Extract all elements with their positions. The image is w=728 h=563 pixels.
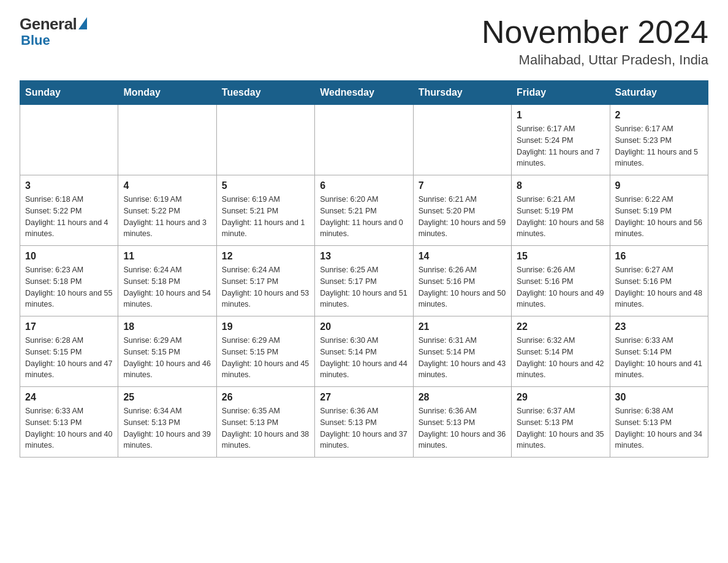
day-number: 28	[419, 392, 506, 403]
day-info: Sunrise: 6:36 AMSunset: 5:13 PMDaylight:…	[419, 405, 506, 451]
day-info: Sunrise: 6:35 AMSunset: 5:13 PMDaylight:…	[222, 405, 309, 451]
day-info: Sunrise: 6:33 AMSunset: 5:14 PMDaylight:…	[615, 335, 703, 381]
day-number: 20	[320, 321, 408, 332]
calendar-cell: 15Sunrise: 6:26 AMSunset: 5:16 PMDayligh…	[512, 246, 610, 316]
day-number: 3	[25, 180, 113, 191]
day-info: Sunrise: 6:17 AMSunset: 5:23 PMDaylight:…	[615, 123, 703, 169]
day-number: 17	[25, 321, 113, 332]
day-info: Sunrise: 6:19 AMSunset: 5:21 PMDaylight:…	[222, 194, 309, 240]
calendar-cell: 6Sunrise: 6:20 AMSunset: 5:21 PMDaylight…	[315, 175, 413, 246]
calendar-cell: 23Sunrise: 6:33 AMSunset: 5:14 PMDayligh…	[610, 316, 708, 387]
day-info: Sunrise: 6:38 AMSunset: 5:13 PMDaylight:…	[615, 405, 703, 451]
calendar-table: SundayMondayTuesdayWednesdayThursdayFrid…	[20, 80, 708, 458]
logo: General Blue	[20, 15, 87, 48]
day-number: 1	[517, 110, 604, 121]
day-number: 6	[320, 180, 408, 191]
day-info: Sunrise: 6:27 AMSunset: 5:16 PMDaylight:…	[615, 264, 703, 310]
day-info: Sunrise: 6:30 AMSunset: 5:14 PMDaylight:…	[320, 335, 408, 381]
calendar-week-row: 17Sunrise: 6:28 AMSunset: 5:15 PMDayligh…	[20, 316, 708, 387]
day-info: Sunrise: 6:17 AMSunset: 5:24 PMDaylight:…	[517, 123, 604, 169]
calendar-week-row: 10Sunrise: 6:23 AMSunset: 5:18 PMDayligh…	[20, 246, 708, 316]
calendar-cell: 18Sunrise: 6:29 AMSunset: 5:15 PMDayligh…	[118, 316, 216, 387]
day-info: Sunrise: 6:25 AMSunset: 5:17 PMDaylight:…	[320, 264, 408, 310]
day-number: 5	[222, 180, 309, 191]
month-title: November 2024	[482, 15, 708, 50]
calendar-cell: 24Sunrise: 6:33 AMSunset: 5:13 PMDayligh…	[20, 387, 118, 458]
day-info: Sunrise: 6:22 AMSunset: 5:19 PMDaylight:…	[615, 194, 703, 240]
day-info: Sunrise: 6:28 AMSunset: 5:15 PMDaylight:…	[25, 335, 113, 381]
calendar-cell	[413, 105, 511, 175]
calendar-week-row: 3Sunrise: 6:18 AMSunset: 5:22 PMDaylight…	[20, 175, 708, 246]
day-number: 14	[419, 251, 506, 262]
title-block: November 2024 Malihabad, Uttar Pradesh, …	[482, 15, 708, 68]
calendar-cell: 25Sunrise: 6:34 AMSunset: 5:13 PMDayligh…	[118, 387, 216, 458]
day-info: Sunrise: 6:32 AMSunset: 5:14 PMDaylight:…	[517, 335, 604, 381]
calendar-day-header: Sunday	[20, 81, 118, 105]
day-info: Sunrise: 6:23 AMSunset: 5:18 PMDaylight:…	[25, 264, 113, 310]
calendar-cell	[315, 105, 413, 175]
day-info: Sunrise: 6:26 AMSunset: 5:16 PMDaylight:…	[419, 264, 506, 310]
logo-general-text: General	[20, 15, 77, 34]
day-number: 29	[517, 392, 604, 403]
calendar-cell: 14Sunrise: 6:26 AMSunset: 5:16 PMDayligh…	[413, 246, 511, 316]
calendar-cell: 2Sunrise: 6:17 AMSunset: 5:23 PMDaylight…	[610, 105, 708, 175]
calendar-cell: 29Sunrise: 6:37 AMSunset: 5:13 PMDayligh…	[512, 387, 610, 458]
day-info: Sunrise: 6:18 AMSunset: 5:22 PMDaylight:…	[25, 194, 113, 240]
day-number: 24	[25, 392, 113, 403]
calendar-cell	[118, 105, 216, 175]
day-info: Sunrise: 6:37 AMSunset: 5:13 PMDaylight:…	[517, 405, 604, 451]
calendar-cell: 20Sunrise: 6:30 AMSunset: 5:14 PMDayligh…	[315, 316, 413, 387]
calendar-cell: 13Sunrise: 6:25 AMSunset: 5:17 PMDayligh…	[315, 246, 413, 316]
day-info: Sunrise: 6:29 AMSunset: 5:15 PMDaylight:…	[222, 335, 309, 381]
day-info: Sunrise: 6:24 AMSunset: 5:18 PMDaylight:…	[123, 264, 211, 310]
calendar-cell: 4Sunrise: 6:19 AMSunset: 5:22 PMDaylight…	[118, 175, 216, 246]
day-number: 4	[123, 180, 211, 191]
location-title: Malihabad, Uttar Pradesh, India	[482, 52, 708, 68]
day-number: 11	[123, 251, 211, 262]
day-info: Sunrise: 6:34 AMSunset: 5:13 PMDaylight:…	[123, 405, 211, 451]
calendar-cell	[20, 105, 118, 175]
day-info: Sunrise: 6:33 AMSunset: 5:13 PMDaylight:…	[25, 405, 113, 451]
day-number: 15	[517, 251, 604, 262]
calendar-cell: 17Sunrise: 6:28 AMSunset: 5:15 PMDayligh…	[20, 316, 118, 387]
calendar-cell: 21Sunrise: 6:31 AMSunset: 5:14 PMDayligh…	[413, 316, 511, 387]
day-number: 10	[25, 251, 113, 262]
calendar-cell: 9Sunrise: 6:22 AMSunset: 5:19 PMDaylight…	[610, 175, 708, 246]
day-info: Sunrise: 6:21 AMSunset: 5:19 PMDaylight:…	[517, 194, 604, 240]
calendar-cell: 1Sunrise: 6:17 AMSunset: 5:24 PMDaylight…	[512, 105, 610, 175]
day-info: Sunrise: 6:29 AMSunset: 5:15 PMDaylight:…	[123, 335, 211, 381]
calendar-day-header: Monday	[118, 81, 216, 105]
calendar-cell: 30Sunrise: 6:38 AMSunset: 5:13 PMDayligh…	[610, 387, 708, 458]
logo-blue-text: Blue	[20, 33, 50, 48]
calendar-day-header: Thursday	[413, 81, 511, 105]
day-number: 27	[320, 392, 408, 403]
day-info: Sunrise: 6:19 AMSunset: 5:22 PMDaylight:…	[123, 194, 211, 240]
calendar-cell: 12Sunrise: 6:24 AMSunset: 5:17 PMDayligh…	[216, 246, 314, 316]
calendar-cell: 16Sunrise: 6:27 AMSunset: 5:16 PMDayligh…	[610, 246, 708, 316]
calendar-week-row: 24Sunrise: 6:33 AMSunset: 5:13 PMDayligh…	[20, 387, 708, 458]
day-info: Sunrise: 6:36 AMSunset: 5:13 PMDaylight:…	[320, 405, 408, 451]
day-number: 21	[419, 321, 506, 332]
day-number: 30	[615, 392, 703, 403]
calendar-cell: 7Sunrise: 6:21 AMSunset: 5:20 PMDaylight…	[413, 175, 511, 246]
day-number: 25	[123, 392, 211, 403]
day-info: Sunrise: 6:21 AMSunset: 5:20 PMDaylight:…	[419, 194, 506, 240]
calendar-day-header: Friday	[512, 81, 610, 105]
calendar-cell: 19Sunrise: 6:29 AMSunset: 5:15 PMDayligh…	[216, 316, 314, 387]
day-number: 23	[615, 321, 703, 332]
day-info: Sunrise: 6:24 AMSunset: 5:17 PMDaylight:…	[222, 264, 309, 310]
day-number: 2	[615, 110, 703, 121]
calendar-cell: 10Sunrise: 6:23 AMSunset: 5:18 PMDayligh…	[20, 246, 118, 316]
calendar-cell: 5Sunrise: 6:19 AMSunset: 5:21 PMDaylight…	[216, 175, 314, 246]
calendar-day-header: Wednesday	[315, 81, 413, 105]
calendar-cell: 27Sunrise: 6:36 AMSunset: 5:13 PMDayligh…	[315, 387, 413, 458]
day-number: 26	[222, 392, 309, 403]
day-number: 13	[320, 251, 408, 262]
calendar-cell: 26Sunrise: 6:35 AMSunset: 5:13 PMDayligh…	[216, 387, 314, 458]
page-header: General Blue November 2024 Malihabad, Ut…	[20, 15, 708, 68]
calendar-cell: 3Sunrise: 6:18 AMSunset: 5:22 PMDaylight…	[20, 175, 118, 246]
calendar-cell: 22Sunrise: 6:32 AMSunset: 5:14 PMDayligh…	[512, 316, 610, 387]
calendar-week-row: 1Sunrise: 6:17 AMSunset: 5:24 PMDaylight…	[20, 105, 708, 175]
day-number: 7	[419, 180, 506, 191]
day-number: 18	[123, 321, 211, 332]
